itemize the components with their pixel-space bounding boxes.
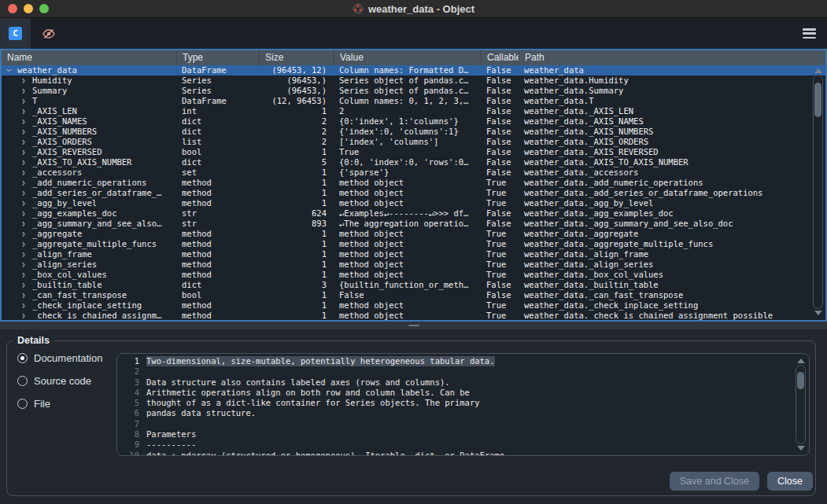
minimize-window-button[interactable] xyxy=(24,4,33,13)
chevron-right-icon[interactable]: ❯ xyxy=(20,157,28,167)
table-row[interactable]: ❯_agg_by_levelmethod1method objectTruewe… xyxy=(2,198,825,208)
table-row[interactable]: ❯_AXIS_ORDERSlist2['index', 'columns']Fa… xyxy=(2,137,825,147)
attribute-size: 1 xyxy=(259,229,334,239)
name-cell: ❯_add_series_or_dataframe_… xyxy=(2,188,176,198)
table-row[interactable]: ❯_aggregate_multiple_funcsmethod1method … xyxy=(2,239,825,249)
attribute-callable: False xyxy=(481,127,519,137)
chevron-right-icon[interactable]: ❯ xyxy=(20,116,28,127)
name-cell: ❯_aggregate_multiple_funcs xyxy=(2,239,176,249)
attribute-value: method object xyxy=(334,311,481,320)
save-and-close-button[interactable]: Save and Close xyxy=(670,472,759,491)
table-row[interactable]: ❯_accessorsset1{'sparse'}Falseweather_da… xyxy=(2,167,825,178)
attribute-callable: False xyxy=(481,116,519,127)
scroll-down-icon[interactable] xyxy=(814,311,822,315)
table-row[interactable]: ❯_check_inplace_settingmethod1method obj… xyxy=(2,300,825,311)
table-row[interactable]: ❯_AXIS_NAMESdict2{0:'index', 1:'columns'… xyxy=(2,116,825,127)
scrollbar-thumb[interactable] xyxy=(797,372,804,389)
chevron-right-icon[interactable]: ❯ xyxy=(20,208,28,219)
table-row[interactable]: ❯_aggregatemethod1method objectTrueweath… xyxy=(2,229,825,239)
radio-source-code[interactable]: Source code xyxy=(17,375,102,386)
chevron-right-icon[interactable]: ❯ xyxy=(20,290,28,300)
table-row[interactable]: ❯_add_series_or_dataframe_…method1method… xyxy=(2,188,825,198)
radio-selected-icon[interactable] xyxy=(17,353,28,363)
radio-icon[interactable] xyxy=(17,376,28,386)
chevron-down-icon[interactable]: ❯ xyxy=(4,67,14,75)
table-vertical-scrollbar[interactable] xyxy=(813,67,823,317)
chevron-right-icon[interactable]: ❯ xyxy=(20,167,28,178)
chevron-right-icon[interactable]: ❯ xyxy=(20,127,28,137)
menu-icon[interactable] xyxy=(803,28,816,39)
column-header-size[interactable]: Size xyxy=(259,50,334,65)
chevron-right-icon[interactable]: ❯ xyxy=(20,86,28,96)
table-row[interactable]: ❯TDataFrame(12, 96453)Column names: 0, 1… xyxy=(2,96,825,106)
object-table: Name Type Size Value Callable Path ❯weat… xyxy=(0,49,827,322)
column-header-type[interactable]: Type xyxy=(176,50,259,65)
attribute-size: 624 xyxy=(259,208,334,219)
scroll-down-icon[interactable] xyxy=(797,446,805,451)
chevron-right-icon[interactable]: ❯ xyxy=(20,75,28,86)
chevron-right-icon[interactable]: ❯ xyxy=(20,311,28,320)
attribute-size: 2 xyxy=(259,127,334,137)
table-row[interactable]: ❯_can_fast_transposebool1FalseFalseweath… xyxy=(2,290,825,300)
chevron-right-icon[interactable]: ❯ xyxy=(20,300,28,311)
zoom-window-button[interactable] xyxy=(39,4,49,13)
table-row[interactable]: ❯weather_dataDataFrame(96453, 12)Column … xyxy=(2,65,825,75)
scroll-up-icon[interactable] xyxy=(814,68,822,73)
table-row[interactable]: ❯_AXIS_REVERSEDbool1TrueFalseweather_dat… xyxy=(2,147,825,157)
chevron-right-icon[interactable]: ❯ xyxy=(20,259,28,270)
table-row[interactable]: ❯_AXIS_TO_AXIS_NUMBERdict5{0:0, 'index':… xyxy=(2,157,825,167)
radio-documentation[interactable]: Documentation xyxy=(17,352,102,363)
attribute-callable: True xyxy=(481,198,519,208)
table-row[interactable]: ❯HumiditySeries(96453,)Series object of … xyxy=(2,75,825,86)
close-button[interactable]: Close xyxy=(767,472,813,491)
attribute-name: _AXIS_ORDERS xyxy=(32,137,92,147)
attribute-path: weather_data._check_inplace_setting xyxy=(519,300,825,311)
name-cell: ❯_agg_summary_and_see_also… xyxy=(2,219,176,229)
chevron-right-icon[interactable]: ❯ xyxy=(20,229,28,239)
eye-off-icon[interactable] xyxy=(42,27,56,41)
editor-vertical-scrollbar[interactable] xyxy=(796,357,806,452)
attribute-name: _AXIS_REVERSED xyxy=(32,147,102,157)
column-header-name[interactable]: Name xyxy=(2,50,176,65)
chevron-right-icon[interactable]: ❯ xyxy=(20,178,28,188)
chevron-right-icon[interactable]: ❯ xyxy=(20,249,28,259)
column-header-callable[interactable]: Callable xyxy=(481,50,519,65)
table-row[interactable]: ❯_check_is_chained_assignm…method1method… xyxy=(2,311,825,320)
scrollbar-thumb[interactable] xyxy=(814,83,821,117)
table-row[interactable]: ❯_builtin_tabledict3{builtin_function_or… xyxy=(2,280,825,290)
splitter-handle-icon[interactable] xyxy=(408,325,419,326)
chevron-right-icon[interactable]: ❯ xyxy=(20,96,28,106)
table-row[interactable]: ❯_box_col_valuesmethod1method objectTrue… xyxy=(2,270,825,280)
radio-icon[interactable] xyxy=(17,399,28,409)
chevron-right-icon[interactable]: ❯ xyxy=(20,239,28,249)
documentation-editor[interactable]: 1Two-dimensional, size-mutable, potentia… xyxy=(116,353,810,456)
column-header-value[interactable]: Value xyxy=(334,50,481,65)
table-row[interactable]: ❯_agg_examples_docstr624↵Examples↵------… xyxy=(2,208,825,219)
name-cell: ❯_AXIS_ORDERS xyxy=(2,137,176,147)
name-cell: ❯_AXIS_TO_AXIS_NUMBER xyxy=(2,157,176,167)
scroll-up-icon[interactable] xyxy=(797,359,805,363)
table-row[interactable]: ❯_align_framemethod1method objectTruewea… xyxy=(2,249,825,259)
doc-line: 10data : ndarray (structured or homogene… xyxy=(117,451,793,456)
class-tab[interactable]: C xyxy=(0,18,31,49)
table-row[interactable]: ❯_agg_summary_and_see_also…str893↵The ag… xyxy=(2,219,825,229)
chevron-right-icon[interactable]: ❯ xyxy=(20,270,28,280)
chevron-right-icon[interactable]: ❯ xyxy=(20,188,28,198)
attribute-name: _AXIS_NUMBERS xyxy=(32,127,97,137)
close-window-button[interactable] xyxy=(8,4,17,13)
chevron-right-icon[interactable]: ❯ xyxy=(20,219,28,229)
table-row[interactable]: ❯_AXIS_NUMBERSdict2{'index':0, 'columns'… xyxy=(2,127,825,137)
chevron-right-icon[interactable]: ❯ xyxy=(20,137,28,147)
chevron-right-icon[interactable]: ❯ xyxy=(20,280,28,290)
table-row[interactable]: ❯_align_seriesmethod1method objectTruewe… xyxy=(2,259,825,270)
radio-file[interactable]: File xyxy=(17,398,102,409)
table-row[interactable]: ❯_add_numeric_operationsmethod1method ob… xyxy=(2,178,825,188)
chevron-right-icon[interactable]: ❯ xyxy=(20,198,28,208)
column-header-path[interactable]: Path xyxy=(519,50,825,65)
splitter[interactable] xyxy=(0,322,827,329)
table-row[interactable]: ❯SummarySeries(96453,)Series object of p… xyxy=(2,86,825,96)
attribute-type: dict xyxy=(176,280,259,290)
table-row[interactable]: ❯_AXIS_LENint12Falseweather_data._AXIS_L… xyxy=(2,106,825,116)
chevron-right-icon[interactable]: ❯ xyxy=(20,147,28,157)
chevron-right-icon[interactable]: ❯ xyxy=(20,106,28,116)
